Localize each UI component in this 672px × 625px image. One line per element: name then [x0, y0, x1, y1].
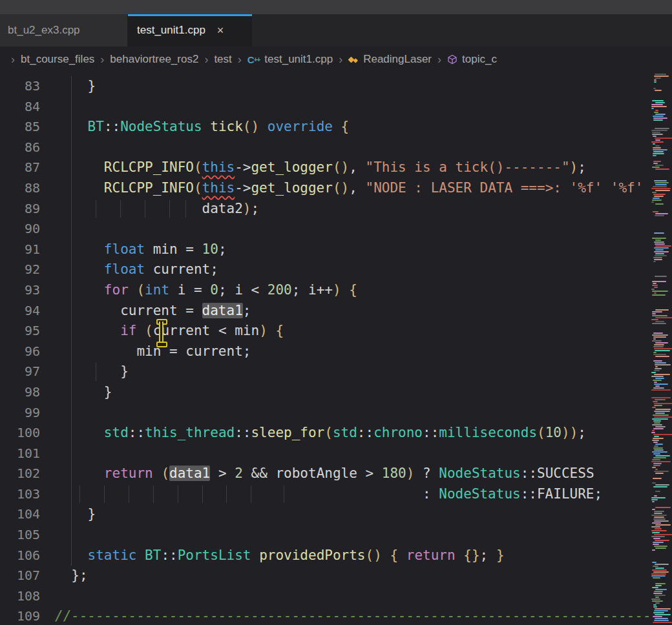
code-line-85[interactable]: 85 BT::NodeStatus tick() override { — [0, 117, 660, 138]
tab-bt_u2_ex3[interactable]: bt_u2_ex3.cpp — [0, 14, 128, 46]
minimap[interactable] — [651, 72, 672, 625]
code-token: this — [202, 159, 235, 175]
breadcrumb-item-ReadingLaser[interactable]: ReadingLaser — [348, 53, 432, 66]
code-line-86[interactable]: 86 — [0, 138, 660, 158]
code-line-95[interactable]: 95 if (current < min) { — [0, 321, 660, 342]
line-number[interactable]: 104 — [0, 504, 40, 525]
minimap-line — [655, 528, 662, 529]
code-token: tick — [210, 119, 243, 134]
code-line-100[interactable]: 100 std::this_thread::sleep_for(std::chr… — [0, 423, 660, 444]
breadcrumb-item-test[interactable]: test — [214, 53, 231, 66]
minimap-line — [655, 364, 671, 365]
code-line-106[interactable]: 106 static BT::PortsList providedPorts()… — [0, 546, 660, 566]
minimap-line — [654, 384, 668, 385]
code-token: :: — [423, 425, 439, 440]
breadcrumb-item-bt_course_files[interactable]: bt_course_files — [21, 53, 94, 66]
minimap-line — [655, 484, 669, 486]
minimap-line — [655, 350, 670, 351]
breadcrumb-item-test_unit1.cpp[interactable]: C++test_unit1.cpp — [247, 53, 333, 66]
code-token: 180 — [382, 466, 406, 481]
minimap-line — [651, 289, 655, 290]
line-number[interactable]: 93 — [0, 280, 40, 301]
line-number[interactable]: 107 — [0, 566, 40, 586]
code-line-105[interactable]: 105 — [0, 525, 660, 546]
line-number[interactable]: 103 — [0, 484, 40, 505]
tab-test_unit1[interactable]: test_unit1.cpp × — [128, 14, 252, 46]
line-number[interactable]: 95 — [0, 321, 40, 342]
minimap-line — [652, 482, 656, 484]
code-line-103[interactable]: 103 : NodeStatus::FAILURE; — [0, 484, 660, 505]
code-line-93[interactable]: 93 for (int i = 0; i < 200; i++) { — [0, 280, 660, 301]
minimap-line — [655, 595, 666, 596]
code-line-104[interactable]: 104 } — [0, 504, 660, 525]
code-token: ::FAILURE; — [521, 486, 602, 502]
code-line-83[interactable]: 83 } — [0, 76, 660, 97]
code-line-98[interactable]: 98 } — [0, 382, 660, 403]
line-number[interactable]: 83 — [0, 76, 40, 97]
code-line-108[interactable]: 108 — [0, 586, 660, 607]
minimap-line — [654, 534, 672, 535]
minimap-line — [654, 471, 669, 472]
line-number[interactable]: 100 — [0, 423, 40, 444]
line-number[interactable]: 88 — [0, 178, 40, 199]
code-token: ( — [537, 425, 545, 440]
code-line-109[interactable]: 109//-----------------------------------… — [0, 606, 660, 625]
line-number[interactable]: 84 — [0, 97, 40, 118]
line-number[interactable]: 96 — [0, 342, 40, 362]
line-number[interactable]: 102 — [0, 464, 40, 484]
line-number[interactable]: 91 — [0, 240, 40, 260]
minimap-line — [652, 132, 660, 133]
minimap-line — [655, 110, 658, 111]
code-line-91[interactable]: 91 float min = 10; — [0, 240, 660, 260]
breadcrumb-item-topic_c[interactable]: topic_c — [447, 53, 497, 66]
line-number[interactable]: 105 — [0, 525, 40, 546]
mouse-cursor-ibeam — [156, 319, 167, 347]
line-number[interactable]: 108 — [0, 586, 40, 607]
code-line-102[interactable]: 102 return (data1 > 2 && robotAngle > 18… — [0, 464, 660, 484]
code-line-88[interactable]: 88 RCLCPP_INFO(this->get_logger(), "NODE… — [0, 178, 660, 199]
code-line-87[interactable]: 87 RCLCPP_INFO(this->get_logger(), "This… — [0, 158, 660, 178]
code-token: () — [243, 119, 259, 134]
minimap-line — [655, 245, 671, 247]
line-number[interactable]: 90 — [0, 219, 40, 240]
minimap-line — [653, 336, 666, 338]
line-number[interactable]: 94 — [0, 301, 40, 322]
code-area[interactable]: 83 }8485 BT::NodeStatus tick() override … — [0, 76, 660, 625]
minimap-line — [653, 478, 662, 479]
code-line-107[interactable]: 107 }; — [0, 566, 660, 586]
line-number[interactable]: 97 — [0, 362, 40, 382]
minimap-line — [655, 74, 666, 75]
minimap-line — [653, 420, 661, 422]
line-number[interactable]: 101 — [0, 444, 40, 464]
code-line-96[interactable]: 96 min = current; — [0, 342, 660, 362]
code-line-94[interactable]: 94 current = data1; — [0, 301, 660, 322]
minimap-line — [655, 243, 665, 245]
code-token: static — [88, 548, 137, 563]
line-number[interactable]: 98 — [0, 382, 40, 403]
line-number[interactable]: 106 — [0, 546, 40, 566]
breadcrumb-item-behaviortree_ros2[interactable]: behaviortree_ros2 — [110, 53, 198, 66]
code-line-97[interactable]: 97 } — [0, 362, 660, 382]
line-number[interactable]: 89 — [0, 199, 40, 220]
line-number[interactable]: 86 — [0, 138, 40, 158]
code-line-92[interactable]: 92 float current; — [0, 260, 660, 280]
code-token — [398, 548, 406, 563]
code-line-99[interactable]: 99 — [0, 403, 660, 424]
code-token — [55, 425, 104, 440]
code-line-90[interactable]: 90 — [0, 219, 660, 240]
code-line-84[interactable]: 84 — [0, 97, 660, 118]
code-token: ) — [406, 466, 415, 481]
editor[interactable]: 83 }8485 BT::NodeStatus tick() override … — [0, 72, 672, 625]
code-token: 10 — [545, 425, 562, 440]
line-number[interactable]: 85 — [0, 117, 40, 138]
close-icon[interactable]: × — [217, 25, 224, 36]
minimap-line — [654, 411, 670, 412]
line-number[interactable]: 109 — [0, 606, 40, 625]
line-number[interactable]: 87 — [0, 158, 40, 178]
line-number[interactable]: 92 — [0, 260, 40, 280]
minimap-line — [655, 618, 668, 619]
code-line-101[interactable]: 101 — [0, 444, 660, 464]
code-line-89[interactable]: 89 data2); — [0, 199, 660, 220]
line-number[interactable]: 99 — [0, 403, 40, 424]
minimap-line — [654, 348, 672, 349]
